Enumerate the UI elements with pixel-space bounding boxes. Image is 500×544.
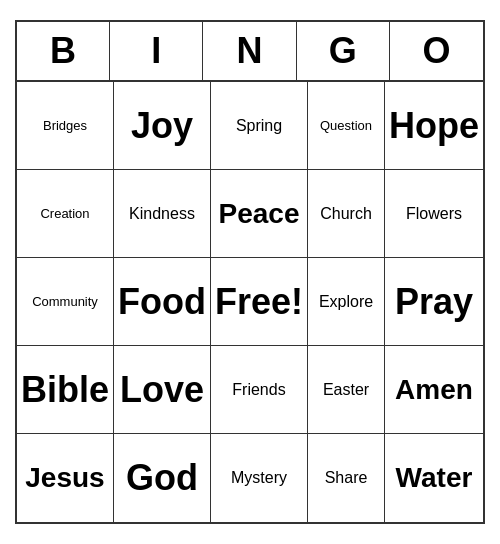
bingo-cell-0-4: Hope — [385, 82, 483, 170]
bingo-cell-1-4: Flowers — [385, 170, 483, 258]
bingo-cell-1-1: Kindness — [114, 170, 211, 258]
bingo-cell-2-0: Community — [17, 258, 114, 346]
bingo-cell-0-2: Spring — [211, 82, 308, 170]
bingo-cell-3-2: Friends — [211, 346, 308, 434]
bingo-header: BINGO — [17, 22, 483, 82]
bingo-cell-0-3: Question — [308, 82, 385, 170]
header-letter-b: B — [17, 22, 110, 80]
bingo-cell-2-2: Free! — [211, 258, 308, 346]
bingo-cell-4-4: Water — [385, 434, 483, 522]
bingo-cell-2-4: Pray — [385, 258, 483, 346]
header-letter-o: O — [390, 22, 483, 80]
header-letter-i: I — [110, 22, 203, 80]
bingo-grid: BridgesJoySpringQuestionHopeCreationKind… — [17, 82, 483, 522]
bingo-cell-4-3: Share — [308, 434, 385, 522]
bingo-card: BINGO BridgesJoySpringQuestionHopeCreati… — [15, 20, 485, 524]
bingo-cell-4-1: God — [114, 434, 211, 522]
bingo-cell-4-2: Mystery — [211, 434, 308, 522]
bingo-cell-4-0: Jesus — [17, 434, 114, 522]
bingo-cell-2-1: Food — [114, 258, 211, 346]
bingo-cell-0-1: Joy — [114, 82, 211, 170]
bingo-cell-1-2: Peace — [211, 170, 308, 258]
header-letter-n: N — [203, 22, 296, 80]
bingo-cell-1-0: Creation — [17, 170, 114, 258]
bingo-cell-2-3: Explore — [308, 258, 385, 346]
bingo-cell-3-1: Love — [114, 346, 211, 434]
bingo-cell-1-3: Church — [308, 170, 385, 258]
bingo-cell-3-3: Easter — [308, 346, 385, 434]
bingo-cell-0-0: Bridges — [17, 82, 114, 170]
header-letter-g: G — [297, 22, 390, 80]
bingo-cell-3-4: Amen — [385, 346, 483, 434]
bingo-cell-3-0: Bible — [17, 346, 114, 434]
